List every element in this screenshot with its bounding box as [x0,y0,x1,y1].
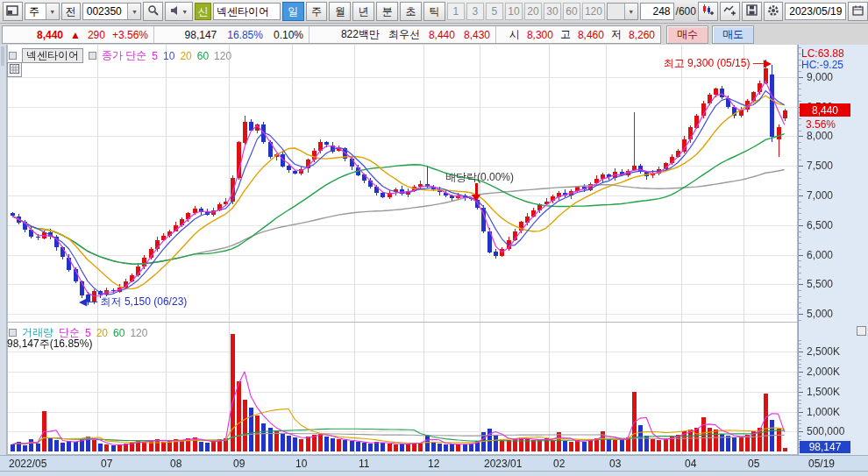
axis-tick-mark [799,340,801,341]
date-axis-label: 2022/05 [9,458,46,470]
sell-button[interactable]: 매도 [712,25,754,44]
axis-tick-mark [799,178,801,179]
tab-label: 월 [335,4,345,19]
add-candles-button[interactable] [698,2,718,21]
axis-tick-mark [799,320,801,321]
empty-select[interactable]: ▼ [607,3,638,20]
chart-type-select[interactable]: 주 ▼ [25,3,60,20]
interval-20-button[interactable]: 20 [524,3,542,20]
search-button[interactable] [143,2,163,21]
left-splitter[interactable] [0,45,7,472]
axis-tick-mark [799,302,801,303]
axis-tick-mark [799,416,801,416]
chevron-down-icon[interactable]: ▼ [127,4,140,19]
current-volume-badge: 98,147 [800,441,850,453]
interval-3-button[interactable]: 3 [466,3,484,20]
chevron-down-icon[interactable]: ▼ [46,4,59,19]
stock-chart-window: 주 ▼ 전 002350 ▼ ▼ 신 넥센타이어 일 주 월 년 분 초 틱 1… [0,0,868,476]
axis-tick-mark [799,124,801,125]
volume-value: 98,147 [185,29,217,41]
axis-tick-label: 5,000 [807,308,833,320]
axis-tick-mark [799,225,803,226]
pane-divider[interactable] [7,322,798,323]
axis-tick-mark [799,131,801,131]
tab-minute[interactable]: 분 [376,2,398,21]
add-line-chart-button[interactable] [720,2,740,21]
stock-name-field[interactable]: 넥센타이어 [213,3,281,20]
splitter-handle[interactable] [1,46,4,66]
volume-chart-canvas[interactable] [7,323,798,455]
interval-120-button[interactable]: 120 [582,3,605,20]
chart-type-value: 주 [29,4,39,19]
buy-label: 매수 [677,27,698,42]
prev-stock-button[interactable]: 전 [61,3,81,20]
tab-tick[interactable]: 틱 [423,2,445,21]
axis-tick-mark [799,359,801,360]
current-volume-badge-text: 98,147 [809,441,842,453]
sell-label: 매도 [722,27,743,42]
calendar-button[interactable] [848,2,868,21]
interval-1-button[interactable]: 1 [447,3,465,20]
interval-label: 20 [527,5,538,18]
chevron-down-icon[interactable]: ▼ [181,9,188,15]
axis-tick-mark [799,420,801,421]
tab-label: 년 [359,4,369,19]
tab-yearly[interactable]: 년 [352,2,374,21]
current-price-badge: 8,440 [800,103,850,117]
axis-tick-mark [799,65,801,66]
sound-alert-button[interactable]: ▼ [165,2,193,21]
settings-button[interactable] [764,2,784,21]
current-price-pct: 3.56% [806,118,836,131]
low-label: 저 [611,27,622,42]
window-layout-icon [6,5,18,18]
axis-tick-label: 1,500K [807,386,840,398]
axis-tick-mark [799,387,801,388]
axis-tick-mark [799,202,801,202]
interval-5-button[interactable]: 5 [486,3,503,20]
chevron-down-icon[interactable]: ▼ [624,4,637,19]
interval-60-button[interactable]: 60 [563,3,580,20]
price-axis-panel[interactable]: LC:63.88 HC:-9.25 9,0008,5008,0007,5007,… [798,45,868,455]
price-change-pct: +3.56% [112,29,148,41]
axis-tick-label: 2,500K [807,345,840,358]
axis-tick-label: 8,000 [807,130,833,142]
tab-second[interactable]: 초 [400,2,422,21]
save-icon [746,4,758,18]
axis-tick-mark [799,47,801,48]
interval-10-button[interactable]: 10 [505,3,523,20]
date-axis[interactable]: 05/19 2022/050708091011122023/0102030405 [0,455,868,472]
badge-label: 신 [198,4,209,19]
price-change-cell: 8,440 ▲ 290 +3.56% [3,26,153,43]
interval-30-button[interactable]: 30 [544,3,561,20]
axis-tick-mark [799,208,801,209]
date-field[interactable]: 2023/05/19 [785,3,846,20]
axis-tick-label: 6,500 [807,219,833,231]
window-layout-button[interactable] [3,2,23,21]
candle-count-input[interactable]: 248 [640,3,674,20]
axis-tick-mark [799,380,801,380]
axis-tick-mark [799,231,801,232]
line-chart-add-icon [723,4,736,18]
tab-daily[interactable]: 일 [282,2,304,21]
turnover-pct: 0.10% [274,29,303,41]
price-chart-canvas[interactable] [7,45,798,323]
axis-tick-mark [799,412,803,413]
axis-tick-mark [799,60,801,60]
tab-monthly[interactable]: 월 [329,2,351,21]
stock-code-input[interactable]: 002350 ▼ [82,3,142,20]
trade-amount: 822백만 [341,27,380,42]
candle-count-total: /600 [676,5,696,18]
buy-button[interactable]: 매수 [666,25,708,44]
axis-expand-icon[interactable] [857,326,866,336]
axis-tick-mark [799,89,801,89]
axis-tick-mark [799,344,801,345]
axis-tick-mark [799,279,801,280]
tab-label: 일 [288,4,298,19]
tab-weekly[interactable]: 주 [306,2,328,21]
tab-label: 틱 [429,4,439,19]
save-button[interactable] [742,2,762,21]
quote-bar: 8,440 ▲ 290 +3.56% 98,147 16.85% 0.10% 8… [0,24,868,46]
axis-tick-mark [799,392,803,393]
axis-tick-label: 500,000 [807,425,844,437]
axis-tick-mark [799,348,801,349]
